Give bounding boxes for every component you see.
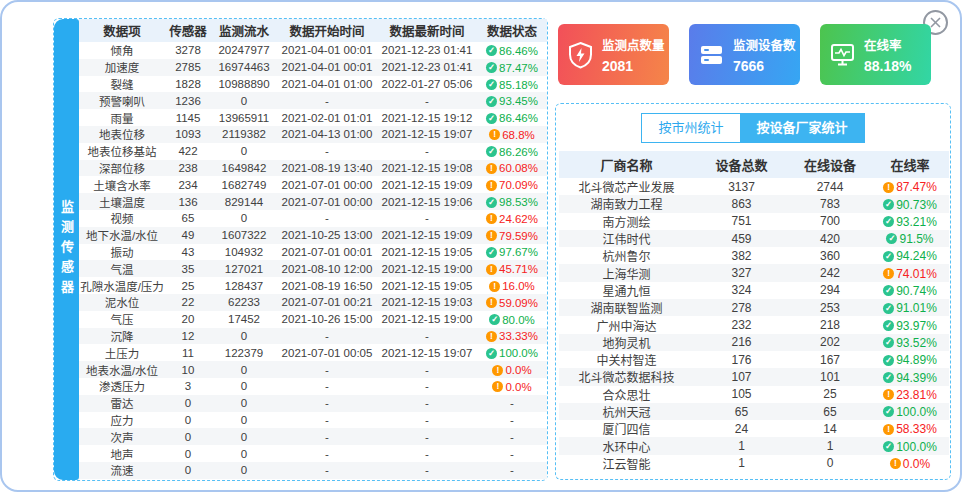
status-cell: ✓93.97%: [871, 316, 949, 333]
table-row: 杭州鲁尔382360✓94.24%: [559, 247, 949, 264]
cell: 视频: [79, 210, 165, 227]
status-ok-icon: ✓: [883, 251, 894, 262]
cell: 253: [789, 299, 871, 316]
status-warn-icon: !: [492, 381, 503, 392]
cell: 1649842: [211, 160, 277, 177]
status-cell: ✓93.52%: [871, 334, 949, 351]
server-icon: [698, 42, 725, 68]
status-value: 24.62%: [499, 213, 538, 225]
cell: 1236: [165, 92, 211, 109]
cell: 土壤含水率: [79, 176, 165, 193]
table-row: 气温351270212021-08-10 12:002021-12-15 19:…: [79, 260, 547, 277]
status-value: 86.26%: [499, 146, 538, 158]
status-cell: -: [477, 395, 547, 412]
status-cell: !0.0%: [477, 361, 547, 378]
status-cell: -: [477, 428, 547, 445]
cell: -: [377, 92, 477, 109]
stat-card-value: 7666: [733, 58, 796, 74]
cell: 次声: [79, 428, 165, 445]
table-row: 地表水温/水位100--!0.0%: [79, 361, 547, 378]
cell: 0: [211, 210, 277, 227]
table-row: 加速度2785169744632021-04-01 00:012021-12-2…: [79, 59, 547, 76]
status-value: 0.0%: [505, 381, 531, 393]
status-warn-icon: !: [883, 182, 894, 193]
cell: -: [277, 395, 377, 412]
cell: 107: [694, 368, 789, 385]
table-row: 北斗微芯产业发展31372744!87.47%: [559, 178, 949, 195]
cell: 2021-12-15 19:05: [377, 277, 477, 294]
status-cell: !70.09%: [477, 176, 547, 193]
cell: 2021-12-15 19:09: [377, 227, 477, 244]
cell: 地下水温/水位: [79, 227, 165, 244]
dashboard-dialog: 监测传感器 数据项传感器监测流水数据开始时间数据最新时间数据状态 倾角32782…: [0, 0, 962, 492]
cell: 62233: [211, 294, 277, 311]
cell: 2021-12-15 19:00: [377, 260, 477, 277]
vendor-table-container: 厂商名称设备总数在线设备在线率 北斗微芯产业发展31372744!87.47%湖…: [556, 151, 950, 472]
cell: 杭州鲁尔: [559, 247, 694, 264]
cell: 0: [211, 412, 277, 429]
status-value: 68.8%: [502, 129, 535, 141]
cell: 渗透压力: [79, 378, 165, 395]
table-row: 次声00---: [79, 428, 547, 445]
cell: -: [277, 378, 377, 395]
table-row: 地表位移基站4220--✓86.26%: [79, 143, 547, 160]
cell: 2021-04-01 00:01: [277, 42, 377, 59]
status-value: 100.0%: [896, 440, 937, 454]
status-cell: -: [477, 462, 547, 479]
cell: -: [277, 462, 377, 479]
table-row: 裂缝1828109888902021-04-01 01:002022-01-27…: [79, 76, 547, 93]
table-row: 厦门四信2414!58.33%: [559, 420, 949, 437]
status-value: 85.18%: [499, 78, 538, 90]
table-row: 视频650--!24.62%: [79, 210, 547, 227]
tab-0[interactable]: 按市州统计: [641, 113, 740, 143]
status-cell: -: [477, 412, 547, 429]
status-cell: ✓87.47%: [477, 59, 547, 76]
table-row: 南方测绘751700✓93.21%: [559, 213, 949, 230]
status-value: 58.33%: [896, 422, 937, 436]
cell: 17452: [211, 311, 277, 328]
cell: 2021-12-15 19:12: [377, 109, 477, 126]
tab-1[interactable]: 按设备厂家统计: [740, 113, 865, 143]
cell: -: [377, 361, 477, 378]
table-row: 倾角3278202479772021-04-01 00:012021-12-23…: [79, 42, 547, 59]
table-row: 杭州天冠6565✓100.0%: [559, 403, 949, 420]
cell: -: [377, 210, 477, 227]
cell: 2021-12-15 19:06: [377, 193, 477, 210]
table-row: 深部位移23816498422021-08-19 13:402021-12-15…: [79, 160, 547, 177]
cell: 南方测绘: [559, 213, 694, 230]
column-header: 厂商名称: [559, 151, 694, 178]
cell: 0: [165, 412, 211, 429]
status-warn-icon: !: [492, 365, 503, 376]
status-warn-icon: !: [883, 424, 894, 435]
status-ok-icon: ✓: [486, 96, 497, 107]
status-value: 91.01%: [896, 301, 937, 315]
status-ok-icon: ✓: [486, 146, 497, 157]
status-warn-icon: !: [486, 264, 497, 275]
table-row: 雨量1145139659112021-02-01 01:012021-12-15…: [79, 109, 547, 126]
stat-card-value: 88.18%: [864, 58, 911, 74]
table-row: 土壤温度1368291442021-07-01 00:002021-12-15 …: [79, 193, 547, 210]
cell: 地表位移基站: [79, 143, 165, 160]
cell: 1607322: [211, 227, 277, 244]
status-value: 94.39%: [896, 370, 937, 384]
cell: -: [277, 143, 377, 160]
cell: 459: [694, 230, 789, 247]
cell: 216: [694, 334, 789, 351]
status-value: 93.97%: [896, 318, 937, 332]
cell: 气压: [79, 311, 165, 328]
cell: 104932: [211, 244, 277, 261]
cell: 10988890: [211, 76, 277, 93]
cell: 0: [211, 378, 277, 395]
status-cell: ✓97.67%: [477, 244, 547, 261]
cell: 杭州天冠: [559, 403, 694, 420]
cell: -: [377, 462, 477, 479]
status-value: 0.0%: [903, 457, 930, 471]
cell: 北斗微芯数据科技: [559, 368, 694, 385]
cell: 2021-07-01 00:21: [277, 294, 377, 311]
cell: 122379: [211, 344, 277, 361]
cell: -: [277, 428, 377, 445]
status-ok-icon: ✓: [883, 199, 894, 210]
stat-card-label: 在线率: [864, 35, 911, 54]
cell: -: [377, 428, 477, 445]
cell: 167: [789, 351, 871, 368]
